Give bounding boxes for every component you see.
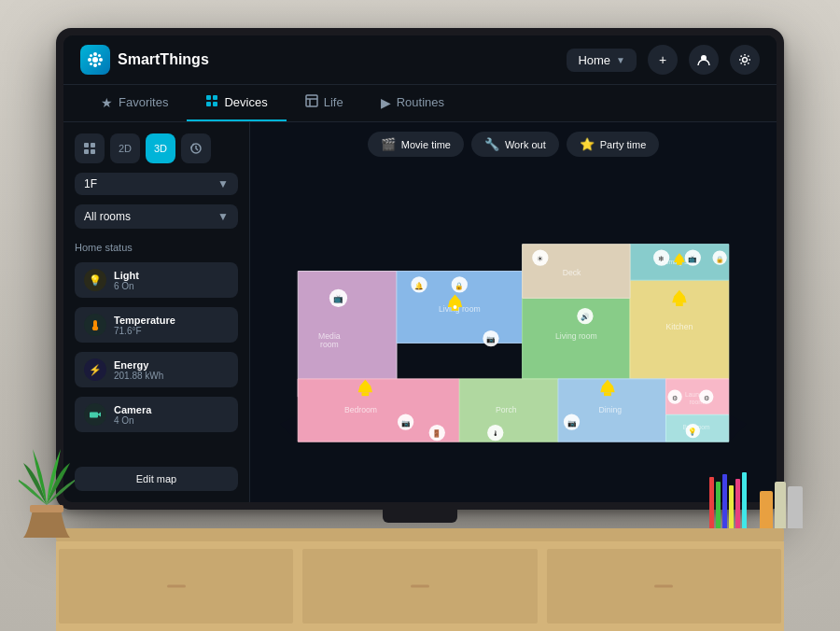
energy-name: Energy <box>114 359 163 371</box>
settings-button[interactable] <box>730 45 760 75</box>
svg-text:⚙: ⚙ <box>672 395 678 401</box>
room-label: All rooms <box>84 210 131 223</box>
tab-devices-label: Devices <box>224 95 267 109</box>
shelf-top <box>56 528 784 541</box>
svg-rect-21 <box>91 149 95 154</box>
tv-stand <box>383 508 457 523</box>
profile-button[interactable] <box>689 45 719 75</box>
movie-time-button[interactable]: 🎬 Movie time <box>368 132 464 157</box>
shelf-drawer-3 <box>547 549 781 624</box>
svg-rect-13 <box>206 102 211 106</box>
add-button[interactable]: + <box>648 45 678 75</box>
status-item-light: 💡 Light 6 On <box>75 262 238 298</box>
svg-point-2 <box>93 63 97 67</box>
svg-text:Living room: Living room <box>555 331 597 341</box>
svg-point-0 <box>92 57 98 63</box>
sidebar: 2D 3D <box>63 122 250 502</box>
history-button[interactable] <box>181 133 211 163</box>
svg-text:📺: 📺 <box>688 254 697 263</box>
svg-point-4 <box>99 58 103 62</box>
svg-text:Bedroom: Bedroom <box>344 405 377 414</box>
svg-text:Porch: Porch <box>496 405 517 414</box>
svg-text:Dining: Dining <box>599 405 623 414</box>
svg-rect-90 <box>677 262 682 265</box>
tab-routines[interactable]: ▶ Routines <box>362 85 463 121</box>
floorplan-container: Media room Living room Living room Kitch… <box>259 166 767 493</box>
light-value: 6 On <box>114 281 139 291</box>
view-controls: 2D 3D <box>75 133 238 163</box>
svg-text:Deck: Deck <box>563 268 581 277</box>
svg-text:🔊: 🔊 <box>581 312 590 321</box>
status-item-temperature: Temperature 71.6°F <box>75 307 238 343</box>
svg-text:📷: 📷 <box>401 418 411 428</box>
svg-point-1 <box>93 52 97 56</box>
3d-view-button[interactable]: 3D <box>146 133 175 163</box>
light-status-icon: 💡 <box>84 269 106 291</box>
svg-text:📷: 📷 <box>567 418 577 428</box>
svg-text:Media: Media <box>318 331 341 341</box>
plant-decoration <box>19 426 75 538</box>
status-item-camera: Camera 4 On <box>75 397 238 432</box>
svg-point-8 <box>98 63 101 65</box>
grid-view-button[interactable] <box>75 133 105 163</box>
movie-icon: 🎬 <box>381 137 396 151</box>
tab-devices[interactable]: Devices <box>187 85 286 121</box>
home-dropdown-arrow: ▼ <box>616 55 625 65</box>
svg-text:🔒: 🔒 <box>455 281 464 290</box>
camera-status-icon <box>84 403 106 426</box>
2d-label: 2D <box>119 143 132 154</box>
3d-label: 3D <box>154 143 167 154</box>
svg-rect-68 <box>604 392 611 396</box>
svg-point-5 <box>90 54 92 57</box>
main-content: 2D 3D <box>63 122 777 502</box>
svg-rect-12 <box>213 95 217 100</box>
life-icon <box>305 94 318 110</box>
floor-arrow: ▼ <box>217 177 229 190</box>
2d-view-button[interactable]: 2D <box>110 133 140 163</box>
brand-name: SmartThings <box>118 51 209 68</box>
status-item-energy: ⚡ Energy 201.88 kWh <box>75 352 238 387</box>
party-icon: ⭐ <box>580 137 595 151</box>
svg-rect-60 <box>676 302 683 306</box>
tab-routines-label: Routines <box>397 95 444 109</box>
edit-map-button[interactable]: Edit map <box>75 467 238 491</box>
room-background: SmartThings Home ▼ + <box>0 0 840 631</box>
workout-label: Work out <box>505 139 546 150</box>
svg-text:📷: 📷 <box>486 334 496 344</box>
room-selector[interactable]: All rooms ▼ <box>75 204 238 229</box>
svg-text:❄: ❄ <box>658 255 665 263</box>
home-status-label: Home status <box>75 242 238 253</box>
temp-name: Temperature <box>114 315 175 326</box>
scene-buttons: 🎬 Movie time 🔧 Work out ⭐ Party time <box>368 132 660 157</box>
party-time-button[interactable]: ⭐ Party time <box>567 132 660 157</box>
workout-icon: 🔧 <box>484 137 499 151</box>
svg-rect-11 <box>206 95 211 100</box>
routines-icon: ▶ <box>381 95 391 110</box>
brand-logo: SmartThings <box>80 45 209 75</box>
workout-button[interactable]: 🔧 Work out <box>471 132 559 157</box>
svg-text:room: room <box>320 340 339 349</box>
svg-point-6 <box>98 54 101 57</box>
app-header: SmartThings Home ▼ + <box>63 35 777 85</box>
svg-text:Kitchen: Kitchen <box>665 322 693 331</box>
camera-status-text: Camera 4 On <box>114 404 151 426</box>
favorites-icon: ★ <box>101 95 113 110</box>
brand-icon <box>80 45 110 75</box>
tab-favorites-label: Favorites <box>119 95 168 109</box>
temp-status-text: Temperature 71.6°F <box>114 315 175 336</box>
svg-rect-15 <box>306 95 317 106</box>
tab-life[interactable]: Life <box>287 85 362 121</box>
svg-text:☀: ☀ <box>537 255 543 263</box>
tab-favorites[interactable]: ★ Favorites <box>82 85 187 121</box>
pencils-decoration <box>709 472 747 528</box>
svg-point-52 <box>454 305 457 309</box>
home-selector[interactable]: Home ▼ <box>567 49 637 72</box>
svg-text:💡: 💡 <box>688 428 697 437</box>
svg-rect-91 <box>30 505 63 512</box>
svg-rect-18 <box>84 143 89 147</box>
svg-text:🔒: 🔒 <box>716 255 724 263</box>
shelf-drawer-2 <box>302 549 537 624</box>
energy-value: 201.88 kWh <box>114 371 163 381</box>
floor-selector[interactable]: 1F ▼ <box>75 173 238 195</box>
tv-screen: SmartThings Home ▼ + <box>63 35 777 502</box>
